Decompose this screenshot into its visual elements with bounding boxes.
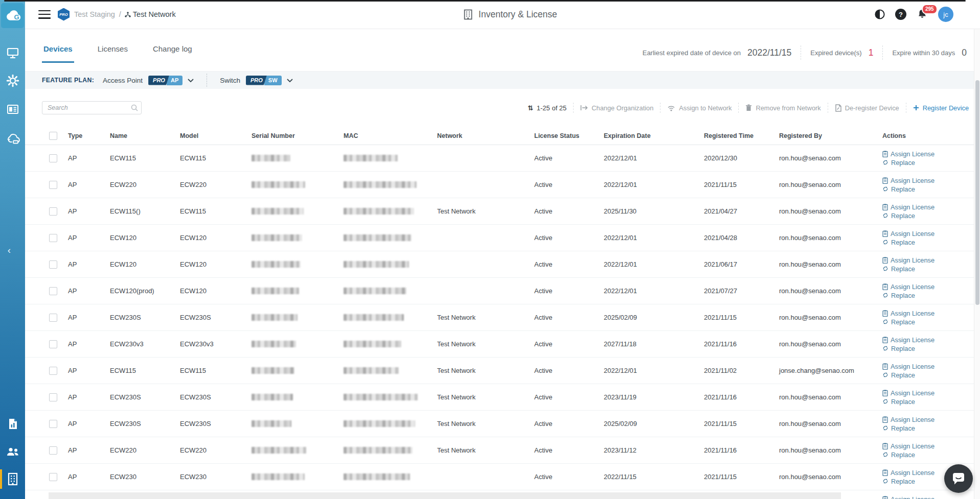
row-checkbox[interactable] <box>49 393 57 401</box>
chevron-down-icon[interactable] <box>188 79 194 82</box>
sidebar-item-report[interactable] <box>0 413 25 435</box>
cell-expiration-date: 2022/12/01 <box>604 260 704 268</box>
sidebar-item-firmware[interactable] <box>0 127 25 149</box>
notifications-bell-icon[interactable]: 295 <box>916 8 928 20</box>
replace-swap-icon <box>882 212 888 219</box>
replace-link[interactable]: Replace <box>882 451 974 459</box>
tab-devices[interactable]: Devices <box>42 44 74 63</box>
assign-license-link[interactable]: Assign License <box>882 203 974 211</box>
assign-license-link[interactable]: Assign License <box>882 336 974 344</box>
de-register-device-button[interactable]: De-register Device <box>835 104 899 112</box>
replace-link[interactable]: Replace <box>882 292 974 299</box>
breadcrumb-network[interactable]: Test Network <box>133 10 176 18</box>
breadcrumb-organization[interactable]: Test Staging <box>74 10 115 18</box>
row-checkbox[interactable] <box>49 367 57 375</box>
sidebar-item-team[interactable] <box>0 440 25 463</box>
serial-redacted <box>252 208 304 215</box>
row-checkbox[interactable] <box>49 420 57 428</box>
user-avatar[interactable]: jc <box>938 7 953 22</box>
row-checkbox[interactable] <box>49 181 57 189</box>
row-checkbox[interactable] <box>49 314 57 322</box>
row-checkbox[interactable] <box>49 260 57 269</box>
col-mac[interactable]: MAC <box>344 132 437 139</box>
horizontal-scrollbar[interactable] <box>49 492 841 499</box>
change-organization-button[interactable]: Change Organization <box>580 104 653 112</box>
row-checkbox[interactable] <box>49 207 57 216</box>
col-serial-number[interactable]: Serial Number <box>252 132 344 139</box>
tab-licenses[interactable]: Licenses <box>96 44 129 63</box>
col-registered-by[interactable]: Registered By <box>779 132 882 139</box>
assign-license-link[interactable]: Assign License <box>882 177 974 184</box>
replace-link[interactable]: Replace <box>882 424 974 432</box>
select-all-checkbox[interactable] <box>49 132 57 140</box>
app-logo[interactable]: G <box>1 3 24 28</box>
vertical-scrollbar[interactable] <box>974 29 980 499</box>
feature-plan-access-point[interactable]: Access Point PROAP <box>103 76 194 85</box>
sidebar-item-insight[interactable] <box>0 98 25 121</box>
row-checkbox[interactable] <box>49 154 57 162</box>
col-name[interactable]: Name <box>110 132 180 139</box>
assign-license-link[interactable]: Assign License <box>882 256 974 264</box>
col-network[interactable]: Network <box>437 132 534 139</box>
assign-license-link[interactable]: Assign License <box>882 310 974 317</box>
tab-change-log[interactable]: Change log <box>151 44 194 63</box>
assign-license-icon <box>882 443 888 449</box>
assign-license-link[interactable]: Assign License <box>882 283 974 291</box>
menu-icon[interactable] <box>38 10 51 19</box>
row-checkbox[interactable] <box>49 473 57 481</box>
cell-expiration-date: 2025/02/09 <box>604 420 704 427</box>
row-checkbox[interactable] <box>49 287 57 295</box>
replace-link[interactable]: Replace <box>882 265 974 273</box>
remove-from-network-button[interactable]: Remove from Network <box>745 104 821 112</box>
col-license-status[interactable]: License Status <box>534 132 604 139</box>
sidebar-item-organization[interactable] <box>0 468 25 490</box>
col-expiration-date[interactable]: Expiration Date <box>604 132 704 139</box>
replace-link[interactable]: Replace <box>882 159 974 167</box>
replace-link[interactable]: Replace <box>882 239 974 246</box>
cell-type: AP <box>68 181 110 188</box>
chevron-down-icon[interactable] <box>287 79 293 82</box>
search-input[interactable] <box>42 101 142 114</box>
sidebar-collapse-button[interactable]: ‹ <box>3 244 15 256</box>
sidebar-item-manage[interactable] <box>0 42 25 64</box>
pagination-control[interactable]: ⇅ 1-25 of 25 <box>528 104 566 112</box>
replace-link[interactable]: Replace <box>882 212 974 220</box>
assign-license-link[interactable]: Assign License <box>882 389 974 397</box>
replace-link[interactable]: Replace <box>882 398 974 406</box>
assign-license-link[interactable]: Assign License <box>882 416 974 423</box>
sidebar-item-configure[interactable] <box>0 69 25 92</box>
row-checkbox[interactable] <box>49 234 57 242</box>
sort-icon: ⇅ <box>528 104 533 112</box>
window-top-edge <box>4 0 966 2</box>
col-model[interactable]: Model <box>180 132 252 139</box>
cell-registered-time: 2021/11/16 <box>704 340 779 348</box>
help-icon[interactable]: ? <box>895 9 906 20</box>
replace-link[interactable]: Replace <box>882 371 974 379</box>
col-type[interactable]: Type <box>68 132 110 139</box>
assign-license-link[interactable]: Assign License <box>882 150 974 158</box>
theme-contrast-icon[interactable] <box>874 9 885 20</box>
row-checkbox[interactable] <box>49 446 57 455</box>
chat-launcher-button[interactable] <box>944 464 973 493</box>
de-register-icon <box>835 104 841 112</box>
feature-plan-switch[interactable]: Switch PROSW <box>220 76 292 85</box>
cell-license-status: Active <box>534 420 604 427</box>
cell-network: Test Network <box>437 340 534 348</box>
replace-link[interactable]: Replace <box>882 318 974 326</box>
col-registered-time[interactable]: Registered Time <box>704 132 779 139</box>
cell-registered-time: 2021/11/15 <box>704 420 779 427</box>
replace-link[interactable]: Replace <box>882 345 974 352</box>
tabs: Devices Licenses Change log <box>42 44 216 63</box>
scrollbar-thumb[interactable] <box>975 80 979 305</box>
collapse-chevron-icon: ‹ <box>8 245 11 256</box>
replace-link[interactable]: Replace <box>882 185 974 193</box>
assign-license-link[interactable]: Assign License <box>882 495 974 499</box>
register-device-button[interactable]: Register Device <box>913 104 969 112</box>
assign-license-link[interactable]: Assign License <box>882 442 974 450</box>
cell-name: ECW220 <box>110 446 180 454</box>
assign-license-link[interactable]: Assign License <box>882 230 974 237</box>
row-checkbox[interactable] <box>49 340 57 348</box>
assign-to-network-button[interactable]: Assign to Network <box>667 104 732 112</box>
cell-registered-time: 2021/04/27 <box>704 207 779 215</box>
assign-license-link[interactable]: Assign License <box>882 363 974 370</box>
